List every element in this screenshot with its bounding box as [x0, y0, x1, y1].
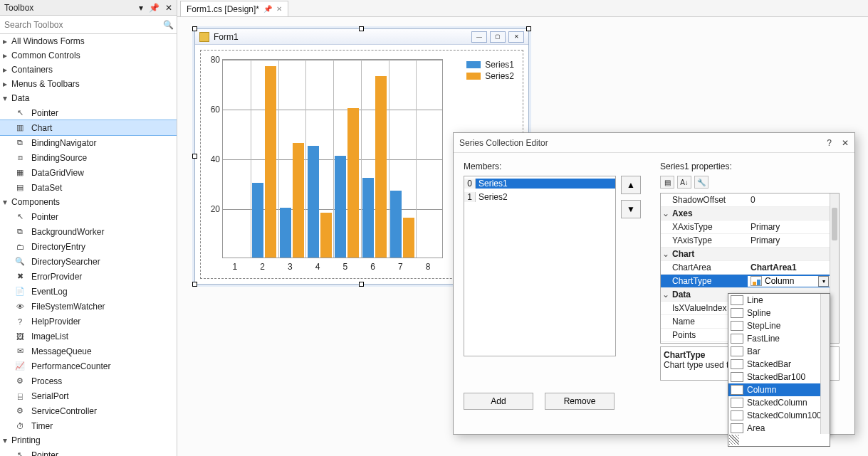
form-close-button[interactable]: ✕: [508, 31, 524, 43]
expand-icon[interactable]: ⌄: [661, 290, 671, 299]
selection-handle[interactable]: [192, 26, 197, 31]
toolbox-category[interactable]: Common Controls: [0, 48, 177, 63]
dropdown-button[interactable]: ▾: [818, 276, 829, 287]
selection-handle[interactable]: [359, 282, 364, 287]
toolbox-search-input[interactable]: [0, 17, 160, 33]
dialog-help-icon[interactable]: ?: [827, 133, 832, 153]
expand-icon[interactable]: ⌄: [661, 249, 671, 259]
toolbox-tree[interactable]: All Windows FormsCommon ControlsContaine…: [0, 34, 177, 456]
search-icon[interactable]: 🔍: [160, 20, 177, 30]
add-button[interactable]: Add: [464, 393, 533, 410]
property-row[interactable]: ChartAreaChartArea1: [661, 261, 839, 275]
charttype-option[interactable]: Bar: [728, 345, 830, 358]
property-value[interactable]: Primary: [748, 235, 839, 245]
categorized-view-icon[interactable]: ▤: [660, 176, 674, 189]
toolbox-item[interactable]: ▦DataGridView: [0, 165, 177, 180]
charttype-option[interactable]: StackedBar100: [728, 371, 830, 383]
property-row[interactable]: ShadowOffset0: [661, 193, 839, 207]
chart-bar: [347, 108, 359, 258]
toolbox-close-icon[interactable]: ✕: [165, 0, 172, 16]
toolbox-item[interactable]: 🔍DirectorySearcher: [0, 254, 177, 269]
member-index: 0: [464, 179, 476, 189]
charttype-option[interactable]: StackedColumn: [728, 396, 830, 409]
toolbox-item[interactable]: ↖Pointer: [0, 209, 177, 224]
charttype-dropdown-resize[interactable]: [728, 434, 830, 447]
members-list-item[interactable]: 0Series1: [464, 176, 615, 190]
form-minimize-button[interactable]: —: [471, 31, 487, 43]
toolbox-item[interactable]: 👁FileSystemWatcher: [0, 299, 177, 314]
toolbox-dropdown-icon[interactable]: ▾: [139, 0, 143, 16]
toolbox-item[interactable]: ✉MessageQueue: [0, 344, 177, 359]
selection-handle[interactable]: [359, 26, 364, 31]
property-category[interactable]: ⌄Axes: [661, 207, 839, 221]
toolbox-item[interactable]: ⧈BindingSource: [0, 150, 177, 165]
property-grid-scrollbar[interactable]: [830, 193, 839, 343]
toolbox-category[interactable]: Data: [0, 91, 177, 105]
charttype-option[interactable]: Line: [728, 294, 830, 307]
property-row[interactable]: ChartTypeColumn▾: [661, 275, 839, 288]
charttype-option[interactable]: StepLine: [728, 319, 830, 332]
remove-button[interactable]: Remove: [545, 393, 615, 410]
toolbox-item[interactable]: ↖Pointer: [0, 105, 177, 120]
document-tab[interactable]: Form1.cs [Design]* 📌 ✕: [180, 1, 288, 16]
members-listbox[interactable]: 0Series11Series2: [464, 176, 616, 356]
toolbox-item[interactable]: ▥Chart: [0, 120, 177, 135]
property-category[interactable]: ⌄Chart: [661, 248, 839, 261]
charttype-option[interactable]: Column: [728, 383, 830, 396]
property-pages-icon[interactable]: 🔧: [694, 176, 708, 189]
toolbox-item[interactable]: ✖ErrorProvider: [0, 269, 177, 284]
members-list-item[interactable]: 1Series2: [464, 190, 615, 203]
toolbox-pin-icon[interactable]: 📌: [149, 0, 160, 16]
toolbox-item[interactable]: ⧉BackgroundWorker: [0, 224, 177, 239]
toolbox-category[interactable]: Menus & Toolbars: [0, 77, 177, 91]
dialog-close-icon[interactable]: ✕: [842, 133, 849, 153]
toolbox-item[interactable]: 🖼ImageList: [0, 329, 177, 344]
toolbox-item[interactable]: ⚙Process: [0, 373, 177, 388]
toolbox-item[interactable]: 🗀DirectoryEntry: [0, 239, 177, 254]
toolbox-item[interactable]: ?HelpProvider: [0, 314, 177, 329]
charttype-option[interactable]: Spline: [728, 307, 830, 319]
toolbox-category[interactable]: Containers: [0, 63, 177, 77]
dialog-titlebar[interactable]: Series Collection Editor ✕ ?: [454, 133, 854, 153]
tab-pin-icon[interactable]: 📌: [263, 1, 272, 17]
charttype-option-icon: [731, 398, 743, 408]
charttype-option[interactable]: StackedBar: [728, 358, 830, 371]
alphabetical-view-icon[interactable]: A↓: [677, 176, 691, 189]
charttype-dropdown-list[interactable]: LineSplineStepLineFastLineBarStackedBarS…: [728, 293, 830, 435]
toolbox-item[interactable]: ⚙ServiceController: [0, 403, 177, 418]
property-value[interactable]: 0: [748, 195, 839, 205]
charttype-dropdown-scrollbar[interactable]: [820, 294, 830, 435]
expand-icon[interactable]: ⌄: [661, 208, 671, 218]
form-maximize-button[interactable]: ▢: [490, 31, 506, 43]
toolbox-item[interactable]: 📄EventLog: [0, 284, 177, 299]
selection-handle[interactable]: [192, 154, 197, 159]
toolbox-item[interactable]: ⌸SerialPort: [0, 388, 177, 403]
toolbox-item[interactable]: ⧉BindingNavigator: [0, 135, 177, 150]
property-row[interactable]: XAxisTypePrimary: [661, 221, 839, 234]
property-value[interactable]: Primary: [748, 222, 839, 232]
toolbox-item[interactable]: ↖Pointer: [0, 447, 177, 456]
member-move-down-button[interactable]: ▼: [621, 200, 641, 218]
toolbox-category[interactable]: All Windows Forms: [0, 34, 177, 48]
charttype-option[interactable]: FastLine: [728, 332, 830, 345]
toolbox-category[interactable]: Printing: [0, 433, 177, 447]
property-value[interactable]: Column▾: [748, 276, 839, 287]
property-value[interactable]: ChartArea1: [748, 263, 839, 272]
toolbox-item[interactable]: ▤DataSet: [0, 180, 177, 195]
toolbox-category[interactable]: Components: [0, 195, 177, 209]
charttype-option-icon: [731, 359, 743, 369]
tab-close-icon[interactable]: ✕: [276, 1, 282, 17]
selection-handle[interactable]: [526, 26, 531, 31]
toolbox-item-icon: ⚙: [14, 376, 26, 387]
charttype-option-label: StackedBar100: [747, 372, 805, 382]
selection-handle[interactable]: [192, 282, 197, 287]
member-move-up-button[interactable]: ▲: [621, 176, 641, 194]
charttype-option[interactable]: StackedColumn100: [728, 409, 830, 422]
charttype-option[interactable]: Area: [728, 422, 830, 435]
property-row[interactable]: YAxisTypePrimary: [661, 234, 839, 248]
toolbox-item[interactable]: 📈PerformanceCounter: [0, 359, 177, 373]
toolbox-item-icon: 🗀: [14, 241, 26, 253]
toolbox-item[interactable]: ⏱Timer: [0, 418, 177, 433]
property-name: XAxisType: [671, 222, 748, 232]
toolbox-item-label: ErrorProvider: [31, 272, 82, 282]
